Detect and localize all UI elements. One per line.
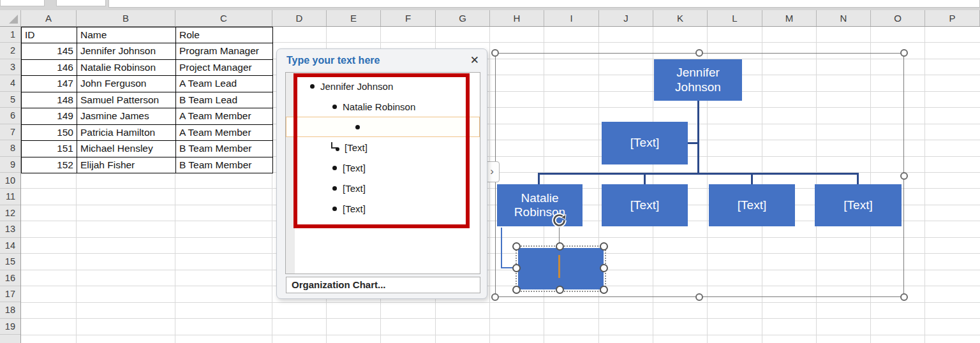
table-header-cell[interactable]: Name [77, 27, 176, 43]
table-cell[interactable]: 146 [22, 60, 77, 76]
table-cell[interactable]: Program Manager [176, 43, 273, 59]
shape-handle-left-middle[interactable] [512, 264, 521, 272]
row-header[interactable]: 6 [0, 108, 20, 124]
col-header-g[interactable]: G [436, 10, 490, 26]
resize-handle-bottom-left[interactable] [491, 293, 499, 301]
row-header[interactable]: 4 [0, 75, 20, 91]
row-header[interactable]: 3 [0, 59, 20, 75]
row-header[interactable]: 13 [0, 221, 20, 237]
text-pane-item[interactable]: [Text] [286, 157, 480, 178]
connector-bus [538, 173, 859, 175]
row-header[interactable]: 2 [0, 43, 20, 59]
insert-function-area[interactable] [56, 0, 106, 6]
table-cell[interactable]: 147 [22, 76, 77, 92]
row-header[interactable]: 18 [0, 302, 20, 318]
col-header-j[interactable]: J [599, 10, 653, 26]
table-cell[interactable]: B Team Member [176, 157, 273, 173]
rotate-handle-icon[interactable] [551, 212, 568, 231]
row-header[interactable]: 15 [0, 254, 20, 270]
shape-handle-bottom-right[interactable] [600, 286, 608, 294]
org-box-selected-new[interactable] [518, 248, 604, 289]
row-header[interactable]: 11 [0, 189, 20, 205]
shape-handle-top-middle[interactable] [556, 242, 564, 251]
table-cell[interactable]: Patricia Hamilton [77, 125, 176, 141]
table-cell[interactable]: B Team Member [176, 141, 273, 157]
col-header-e[interactable]: E [327, 10, 381, 26]
resize-handle-top-right[interactable] [900, 49, 908, 57]
table-cell[interactable]: Samuel Patterson [77, 92, 176, 108]
org-box-child-4[interactable]: [Text] [815, 184, 902, 226]
table-cell[interactable]: Project Manager [176, 60, 273, 76]
shape-handle-top-right[interactable] [600, 242, 608, 251]
row-header[interactable]: 17 [0, 286, 20, 302]
row-header[interactable]: 12 [0, 205, 20, 221]
text-pane-item[interactable]: Natalie Robinson [286, 96, 480, 117]
text-pane-item[interactable]: [Text] [286, 178, 480, 198]
text-pane-item[interactable]: Jennifer Johnson [286, 76, 480, 96]
table-cell[interactable]: A Team Member [176, 125, 273, 141]
formula-bar[interactable] [108, 0, 980, 8]
org-box-root[interactable]: Jennifer Johnson [654, 59, 742, 101]
row-header[interactable]: 5 [0, 92, 20, 108]
table-cell[interactable]: Michael Hensley [77, 141, 176, 157]
col-header-i[interactable]: I [544, 10, 599, 26]
col-header-k[interactable]: K [653, 10, 708, 26]
col-header-c[interactable]: C [175, 10, 272, 26]
col-header-f[interactable]: F [381, 10, 436, 26]
text-pane-list[interactable]: Jennifer Johnson Natalie Robinson [Text] [285, 72, 480, 274]
row-header[interactable]: 1 [0, 27, 20, 43]
col-header-m[interactable]: M [762, 10, 817, 26]
shape-handle-bottom-middle[interactable] [556, 286, 564, 294]
resize-handle-right-middle[interactable] [900, 172, 908, 180]
col-header-d[interactable]: D [272, 10, 327, 26]
col-header-l[interactable]: L [708, 10, 762, 26]
close-icon[interactable]: ✕ [470, 54, 479, 67]
table-cell[interactable]: 148 [22, 92, 77, 108]
name-box[interactable] [0, 0, 45, 6]
table-cell[interactable]: 149 [22, 108, 77, 124]
org-box-child-3[interactable]: [Text] [709, 184, 795, 226]
col-header-b[interactable]: B [77, 10, 175, 26]
resize-handle-top-middle[interactable] [695, 49, 703, 57]
table-cell[interactable]: 152 [22, 157, 77, 173]
table-cell[interactable]: A Team Lead [176, 76, 273, 92]
org-box-assistant[interactable]: [Text] [602, 122, 688, 164]
table-cell[interactable]: Natalie Robinson [77, 60, 176, 76]
shape-handle-bottom-left[interactable] [512, 286, 521, 294]
table-cell[interactable]: Jasmine James [77, 108, 176, 124]
shape-handle-right-middle[interactable] [600, 264, 608, 272]
text-pane-item[interactable]: [Text] [286, 198, 480, 219]
row-header[interactable]: 8 [0, 140, 20, 156]
row-header[interactable]: 14 [0, 238, 20, 254]
text-pane-item-active[interactable] [286, 117, 480, 137]
table-cell[interactable]: 151 [22, 141, 77, 157]
org-box-child-2[interactable]: [Text] [602, 184, 688, 226]
row-header[interactable]: 7 [0, 124, 20, 140]
table-cell[interactable]: Jennifer Johnson [77, 43, 176, 59]
org-box-child-1[interactable]: Natalie Robinson [497, 184, 583, 226]
text-pane-item-assistant[interactable]: [Text] [286, 137, 480, 157]
table-cell[interactable]: B Team Lead [176, 92, 273, 108]
table-header-cell[interactable]: Role [176, 27, 273, 43]
table-cell[interactable]: John Ferguson [77, 76, 176, 92]
shape-handle-top-left[interactable] [512, 242, 521, 251]
col-header-n[interactable]: N [817, 10, 871, 26]
col-header-h[interactable]: H [490, 10, 544, 26]
col-header-a[interactable]: A [21, 10, 77, 26]
row-header[interactable]: 19 [0, 319, 20, 335]
select-all-corner[interactable] [0, 10, 21, 26]
row-header[interactable]: 16 [0, 270, 20, 286]
col-header-p[interactable]: P [925, 10, 980, 26]
resize-handle-top-left[interactable] [491, 49, 499, 57]
table-cell[interactable]: A Team Member [176, 108, 273, 124]
resize-handle-bottom-right[interactable] [900, 293, 908, 301]
row-header[interactable]: 10 [0, 173, 20, 189]
table-cell[interactable]: 145 [22, 43, 77, 59]
table-header-cell[interactable]: ID [22, 27, 77, 43]
layout-name-label: Organization Chart... [286, 277, 480, 293]
table-cell[interactable]: Elijah Fisher [77, 157, 176, 173]
row-header[interactable]: 9 [0, 157, 20, 173]
table-cell[interactable]: 150 [22, 125, 77, 141]
resize-handle-bottom-middle[interactable] [695, 293, 703, 301]
col-header-o[interactable]: O [871, 10, 925, 26]
